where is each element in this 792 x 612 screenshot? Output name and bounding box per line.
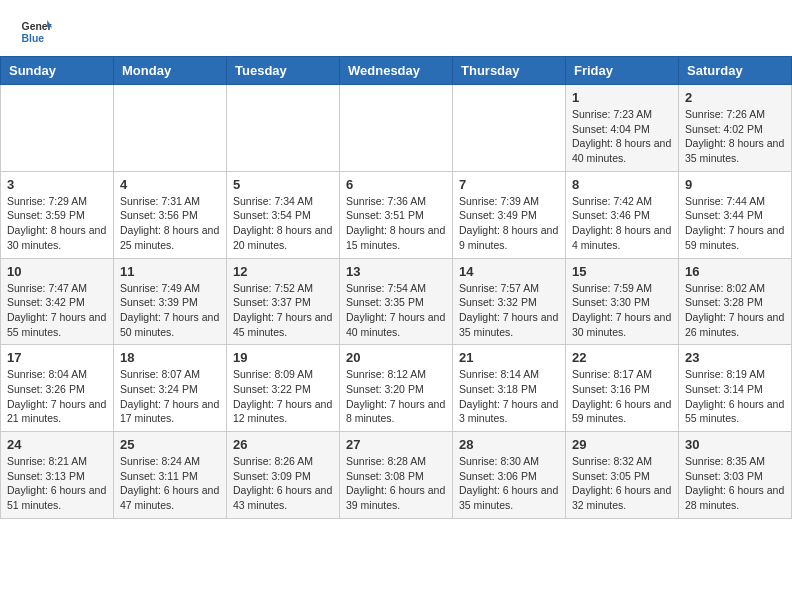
calendar-cell: 20Sunrise: 8:12 AMSunset: 3:20 PMDayligh… <box>340 345 453 432</box>
day-number: 24 <box>7 437 107 452</box>
calendar-cell: 8Sunrise: 7:42 AMSunset: 3:46 PMDaylight… <box>566 171 679 258</box>
weekday-header-saturday: Saturday <box>679 57 792 85</box>
day-number: 20 <box>346 350 446 365</box>
day-info: Sunrise: 8:24 AMSunset: 3:11 PMDaylight:… <box>120 454 220 513</box>
svg-text:Blue: Blue <box>22 33 45 44</box>
day-number: 12 <box>233 264 333 279</box>
calendar-cell <box>1 85 114 172</box>
calendar-cell: 19Sunrise: 8:09 AMSunset: 3:22 PMDayligh… <box>227 345 340 432</box>
calendar-cell: 17Sunrise: 8:04 AMSunset: 3:26 PMDayligh… <box>1 345 114 432</box>
calendar-week-3: 10Sunrise: 7:47 AMSunset: 3:42 PMDayligh… <box>1 258 792 345</box>
weekday-header-row: SundayMondayTuesdayWednesdayThursdayFrid… <box>1 57 792 85</box>
day-number: 2 <box>685 90 785 105</box>
day-info: Sunrise: 8:30 AMSunset: 3:06 PMDaylight:… <box>459 454 559 513</box>
day-info: Sunrise: 7:47 AMSunset: 3:42 PMDaylight:… <box>7 281 107 340</box>
day-info: Sunrise: 7:39 AMSunset: 3:49 PMDaylight:… <box>459 194 559 253</box>
day-info: Sunrise: 8:02 AMSunset: 3:28 PMDaylight:… <box>685 281 785 340</box>
day-info: Sunrise: 8:26 AMSunset: 3:09 PMDaylight:… <box>233 454 333 513</box>
day-number: 19 <box>233 350 333 365</box>
day-number: 25 <box>120 437 220 452</box>
day-info: Sunrise: 7:57 AMSunset: 3:32 PMDaylight:… <box>459 281 559 340</box>
calendar-week-2: 3Sunrise: 7:29 AMSunset: 3:59 PMDaylight… <box>1 171 792 258</box>
day-number: 13 <box>346 264 446 279</box>
calendar-cell: 16Sunrise: 8:02 AMSunset: 3:28 PMDayligh… <box>679 258 792 345</box>
calendar-header: SundayMondayTuesdayWednesdayThursdayFrid… <box>1 57 792 85</box>
weekday-header-friday: Friday <box>566 57 679 85</box>
calendar-cell: 22Sunrise: 8:17 AMSunset: 3:16 PMDayligh… <box>566 345 679 432</box>
calendar-cell: 18Sunrise: 8:07 AMSunset: 3:24 PMDayligh… <box>114 345 227 432</box>
calendar-cell: 23Sunrise: 8:19 AMSunset: 3:14 PMDayligh… <box>679 345 792 432</box>
calendar-cell <box>453 85 566 172</box>
day-number: 14 <box>459 264 559 279</box>
logo-icon: General Blue <box>20 16 52 48</box>
day-number: 16 <box>685 264 785 279</box>
day-info: Sunrise: 7:34 AMSunset: 3:54 PMDaylight:… <box>233 194 333 253</box>
calendar-cell: 10Sunrise: 7:47 AMSunset: 3:42 PMDayligh… <box>1 258 114 345</box>
logo: General Blue <box>20 16 52 48</box>
calendar-cell: 26Sunrise: 8:26 AMSunset: 3:09 PMDayligh… <box>227 432 340 519</box>
day-number: 27 <box>346 437 446 452</box>
weekday-header-monday: Monday <box>114 57 227 85</box>
day-info: Sunrise: 7:31 AMSunset: 3:56 PMDaylight:… <box>120 194 220 253</box>
day-number: 6 <box>346 177 446 192</box>
day-number: 4 <box>120 177 220 192</box>
calendar-cell: 12Sunrise: 7:52 AMSunset: 3:37 PMDayligh… <box>227 258 340 345</box>
calendar-cell: 1Sunrise: 7:23 AMSunset: 4:04 PMDaylight… <box>566 85 679 172</box>
day-info: Sunrise: 7:52 AMSunset: 3:37 PMDaylight:… <box>233 281 333 340</box>
calendar-cell <box>114 85 227 172</box>
weekday-header-thursday: Thursday <box>453 57 566 85</box>
calendar-cell: 11Sunrise: 7:49 AMSunset: 3:39 PMDayligh… <box>114 258 227 345</box>
day-info: Sunrise: 8:19 AMSunset: 3:14 PMDaylight:… <box>685 367 785 426</box>
calendar-cell: 24Sunrise: 8:21 AMSunset: 3:13 PMDayligh… <box>1 432 114 519</box>
day-number: 23 <box>685 350 785 365</box>
day-number: 5 <box>233 177 333 192</box>
calendar-cell: 25Sunrise: 8:24 AMSunset: 3:11 PMDayligh… <box>114 432 227 519</box>
day-number: 17 <box>7 350 107 365</box>
day-info: Sunrise: 7:44 AMSunset: 3:44 PMDaylight:… <box>685 194 785 253</box>
calendar-cell: 7Sunrise: 7:39 AMSunset: 3:49 PMDaylight… <box>453 171 566 258</box>
calendar-week-1: 1Sunrise: 7:23 AMSunset: 4:04 PMDaylight… <box>1 85 792 172</box>
calendar-table: SundayMondayTuesdayWednesdayThursdayFrid… <box>0 56 792 519</box>
day-number: 9 <box>685 177 785 192</box>
day-number: 22 <box>572 350 672 365</box>
day-info: Sunrise: 8:32 AMSunset: 3:05 PMDaylight:… <box>572 454 672 513</box>
day-number: 11 <box>120 264 220 279</box>
calendar-cell: 27Sunrise: 8:28 AMSunset: 3:08 PMDayligh… <box>340 432 453 519</box>
day-number: 3 <box>7 177 107 192</box>
day-number: 18 <box>120 350 220 365</box>
calendar-cell: 13Sunrise: 7:54 AMSunset: 3:35 PMDayligh… <box>340 258 453 345</box>
day-info: Sunrise: 7:23 AMSunset: 4:04 PMDaylight:… <box>572 107 672 166</box>
weekday-header-sunday: Sunday <box>1 57 114 85</box>
day-info: Sunrise: 7:59 AMSunset: 3:30 PMDaylight:… <box>572 281 672 340</box>
calendar-cell: 28Sunrise: 8:30 AMSunset: 3:06 PMDayligh… <box>453 432 566 519</box>
day-number: 28 <box>459 437 559 452</box>
day-info: Sunrise: 8:09 AMSunset: 3:22 PMDaylight:… <box>233 367 333 426</box>
day-number: 1 <box>572 90 672 105</box>
calendar-cell: 30Sunrise: 8:35 AMSunset: 3:03 PMDayligh… <box>679 432 792 519</box>
day-number: 21 <box>459 350 559 365</box>
calendar-cell: 5Sunrise: 7:34 AMSunset: 3:54 PMDaylight… <box>227 171 340 258</box>
calendar-cell: 29Sunrise: 8:32 AMSunset: 3:05 PMDayligh… <box>566 432 679 519</box>
day-info: Sunrise: 8:04 AMSunset: 3:26 PMDaylight:… <box>7 367 107 426</box>
day-info: Sunrise: 8:28 AMSunset: 3:08 PMDaylight:… <box>346 454 446 513</box>
day-info: Sunrise: 8:12 AMSunset: 3:20 PMDaylight:… <box>346 367 446 426</box>
day-number: 8 <box>572 177 672 192</box>
day-number: 7 <box>459 177 559 192</box>
calendar-cell: 4Sunrise: 7:31 AMSunset: 3:56 PMDaylight… <box>114 171 227 258</box>
day-number: 15 <box>572 264 672 279</box>
day-number: 30 <box>685 437 785 452</box>
day-info: Sunrise: 7:42 AMSunset: 3:46 PMDaylight:… <box>572 194 672 253</box>
calendar-cell <box>227 85 340 172</box>
weekday-header-tuesday: Tuesday <box>227 57 340 85</box>
day-info: Sunrise: 7:29 AMSunset: 3:59 PMDaylight:… <box>7 194 107 253</box>
day-info: Sunrise: 8:21 AMSunset: 3:13 PMDaylight:… <box>7 454 107 513</box>
calendar-cell: 6Sunrise: 7:36 AMSunset: 3:51 PMDaylight… <box>340 171 453 258</box>
day-info: Sunrise: 8:07 AMSunset: 3:24 PMDaylight:… <box>120 367 220 426</box>
day-number: 26 <box>233 437 333 452</box>
calendar-cell: 9Sunrise: 7:44 AMSunset: 3:44 PMDaylight… <box>679 171 792 258</box>
calendar-cell: 21Sunrise: 8:14 AMSunset: 3:18 PMDayligh… <box>453 345 566 432</box>
calendar-cell: 3Sunrise: 7:29 AMSunset: 3:59 PMDaylight… <box>1 171 114 258</box>
day-info: Sunrise: 8:14 AMSunset: 3:18 PMDaylight:… <box>459 367 559 426</box>
day-number: 10 <box>7 264 107 279</box>
page-header: General Blue <box>0 0 792 56</box>
